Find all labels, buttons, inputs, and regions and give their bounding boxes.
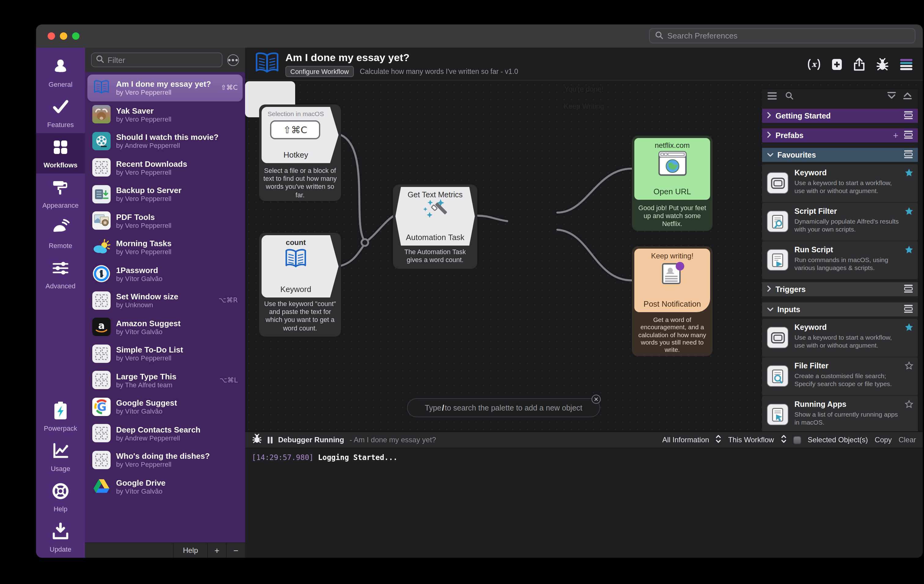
- close-palette-search-button[interactable]: ✕: [592, 395, 601, 404]
- workflow-row-author: by Vítor Galvão: [116, 487, 238, 495]
- workflow-sort-options-button[interactable]: ●●●: [227, 54, 239, 66]
- palette-search-icon[interactable]: [785, 91, 793, 102]
- workflow-row[interactable]: Recent Downloads by Vero Pepperrell: [87, 154, 243, 181]
- workflow-row[interactable]: G Google Suggest by Vítor Galvão: [87, 393, 243, 420]
- sidebar-item-powerpack[interactable]: Powerpack: [36, 396, 85, 437]
- add-object-button[interactable]: [831, 58, 843, 73]
- add-prefab-icon[interactable]: +: [893, 130, 898, 140]
- workflow-row[interactable]: Backup to Server by Vero Pepperrell: [87, 181, 243, 207]
- debug-workflow-button[interactable]: [876, 58, 889, 73]
- section-display-toggle-icon[interactable]: [904, 150, 913, 160]
- automation-task-node[interactable]: Get Text Metrics Automation Task The Aut…: [393, 184, 477, 269]
- copy-log-button[interactable]: Copy: [875, 436, 892, 444]
- post-notification-node[interactable]: Keep writing! Post Notification Get a wo…: [632, 246, 713, 356]
- workflow-row[interactable]: Yak Saver by Vero Pepperrell: [87, 101, 243, 128]
- filter-placeholder: Filter: [107, 55, 125, 64]
- section-display-toggle-icon[interactable]: [904, 285, 913, 294]
- workflow-row[interactable]: a Amazon Suggest by Vítor Galvão: [87, 314, 243, 340]
- section-display-toggle-icon[interactable]: [904, 130, 913, 140]
- palette-object-keyword[interactable]: Keyword Use a keyword to start a workflo…: [762, 319, 918, 357]
- minimize-window-button[interactable]: [60, 32, 67, 40]
- titlebar: Search Preferences: [36, 25, 923, 48]
- debugger-bug-icon[interactable]: [252, 434, 262, 446]
- workflow-row[interactable]: Google Drive by Vítor Galvão: [87, 473, 243, 500]
- post-notification-note: Get a word of encouragement, and a calcu…: [635, 316, 710, 354]
- pause-debugger-button[interactable]: [268, 436, 272, 443]
- sidebar-item-appearance[interactable]: Appearance: [36, 173, 85, 214]
- selected-objects-checkbox[interactable]: [793, 436, 801, 444]
- open-url-node[interactable]: netflix.com Open URL Good job! Put your …: [632, 136, 713, 231]
- workflow-help-button[interactable]: Help: [173, 543, 207, 558]
- favourite-star-icon[interactable]: [904, 361, 914, 373]
- workflow-row[interactable]: Who's doing the dishes? by Vero Pepperre…: [87, 447, 243, 473]
- favourite-star-filled-icon[interactable]: [904, 206, 914, 218]
- selected-objects-label: Selected Object(s): [808, 436, 868, 444]
- palette-section-inputs[interactable]: Inputs: [762, 303, 918, 316]
- palette-section-label: Favourites: [777, 151, 816, 159]
- favourite-star-filled-icon[interactable]: [904, 322, 914, 334]
- sidebar-item-workflows[interactable]: Workflows: [36, 133, 85, 173]
- collapse-all-button[interactable]: [903, 91, 912, 102]
- workflow-menu-button[interactable]: [899, 58, 913, 72]
- palette-section-triggers[interactable]: Triggers: [762, 282, 918, 296]
- palette-section-prefabs[interactable]: Prefabs +: [762, 128, 918, 142]
- workflow-canvas[interactable]: Selection in macOS ⇧⌘C Hotkey Select a f…: [245, 81, 923, 431]
- workflow-row-author: by Vítor Galvão: [116, 328, 238, 336]
- sidebar-item-help[interactable]: Help: [36, 477, 85, 517]
- workflow-row[interactable]: Deep Contacts Search by Andrew Pepperrel…: [87, 420, 243, 447]
- workflow-row[interactable]: Am I done my essay yet? by Vero Pepperre…: [87, 74, 243, 101]
- palette-section-label: Getting Started: [776, 112, 831, 120]
- palette-section-getting-started[interactable]: Getting Started: [762, 109, 918, 123]
- workflow-row[interactable]: Large Type This by The Alfred team ⌥⌘L: [87, 367, 243, 393]
- placeholder-icon: [92, 451, 111, 469]
- hotkey-node[interactable]: Selection in macOS ⇧⌘C Hotkey Select a f…: [259, 104, 341, 201]
- filter-input[interactable]: Filter: [91, 53, 223, 67]
- configure-workflow-button[interactable]: Configure Workflow: [285, 66, 354, 77]
- debugger-log[interactable]: [14:29:57.980] Logging Started...: [245, 448, 923, 558]
- palette-object-title: Running Apps: [794, 400, 846, 409]
- workflow-row-title: Recent Downloads: [116, 160, 238, 169]
- keyword-node[interactable]: count Keyword Use the keyword "count" an…: [259, 233, 341, 337]
- section-display-toggle-icon[interactable]: [904, 111, 913, 121]
- remove-workflow-button[interactable]: −: [226, 543, 245, 558]
- sidebar-item-remote[interactable]: Remote: [36, 214, 85, 254]
- palette-object-keyword[interactable]: Keyword Use a keyword to start a workflo…: [762, 165, 918, 202]
- sidebar-item-features[interactable]: Features: [36, 93, 85, 133]
- palette-object-running-apps[interactable]: Running Apps Show a list of currently ru…: [762, 396, 918, 431]
- workflow-row[interactable]: PDF Tools by Vero Pepperrell: [87, 207, 243, 234]
- hotkey-keys[interactable]: ⇧⌘C: [270, 120, 320, 139]
- section-display-toggle-icon[interactable]: [904, 304, 913, 314]
- palette-object-run-script[interactable]: Run Script Run commands in macOS, using …: [762, 241, 918, 279]
- sidebar-item-update[interactable]: Update: [36, 517, 85, 558]
- favourite-star-icon[interactable]: [904, 400, 914, 411]
- palette-search-input[interactable]: Type / to search the palette to add a ne…: [407, 398, 600, 417]
- palette-list-icon[interactable]: [767, 91, 777, 102]
- favourite-star-filled-icon[interactable]: [904, 168, 914, 179]
- log-level-select[interactable]: All Information: [662, 436, 709, 444]
- workflow-row[interactable]: 1Password by Vítor Galvão: [87, 260, 243, 287]
- workflow-variables-button[interactable]: x: [807, 58, 821, 72]
- palette-object-script-filter[interactable]: Script Filter Dynamically populate Alfre…: [762, 203, 918, 241]
- workflow-row[interactable]: Morning Tasks by Vero Pepperrell: [87, 234, 243, 260]
- workflow-row[interactable]: Simple To-Do List by Vero Pepperrell: [87, 340, 243, 367]
- help-icon: [51, 482, 70, 503]
- palette-section-favourites[interactable]: Favourites: [762, 148, 918, 162]
- sidebar-item-general[interactable]: General: [36, 53, 85, 93]
- sidebar-item-advanced[interactable]: Advanced: [36, 254, 85, 294]
- share-workflow-button[interactable]: [853, 58, 865, 73]
- expand-all-button[interactable]: [887, 91, 896, 102]
- favourite-star-filled-icon[interactable]: [904, 245, 914, 257]
- workflow-row-title: Set Window size: [116, 292, 213, 301]
- workflow-row[interactable]: Should I watch this movie? by Andrew Pep…: [87, 128, 243, 154]
- search-preferences-input[interactable]: Search Preferences: [649, 28, 916, 43]
- log-scope-select[interactable]: This Workflow: [728, 436, 774, 444]
- close-window-button[interactable]: [48, 32, 55, 40]
- grid-icon: [51, 138, 70, 159]
- sidebar-item-usage[interactable]: Usage: [36, 437, 85, 477]
- clear-log-button[interactable]: Clear: [899, 436, 916, 444]
- wire-junction[interactable]: [361, 239, 368, 246]
- add-workflow-button[interactable]: +: [207, 543, 226, 558]
- palette-object-file-filter[interactable]: File Filter Create a customised file sea…: [762, 357, 918, 395]
- workflow-row[interactable]: Set Window size by Unknown ⌥⌘R: [87, 287, 243, 314]
- zoom-window-button[interactable]: [72, 32, 79, 40]
